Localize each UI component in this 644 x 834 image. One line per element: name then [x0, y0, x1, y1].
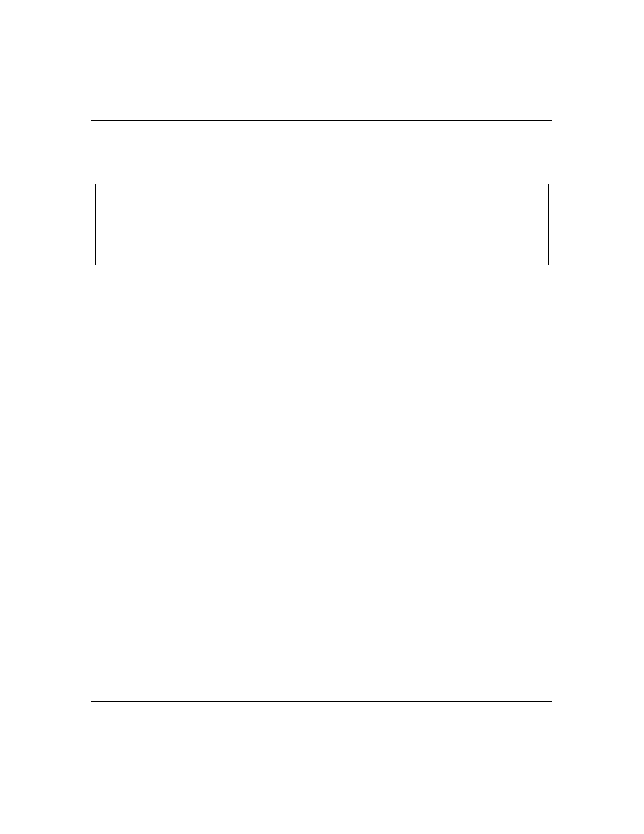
framed-box — [95, 184, 549, 265]
horizontal-rule-bottom — [91, 701, 552, 702]
horizontal-rule-top — [91, 120, 552, 121]
